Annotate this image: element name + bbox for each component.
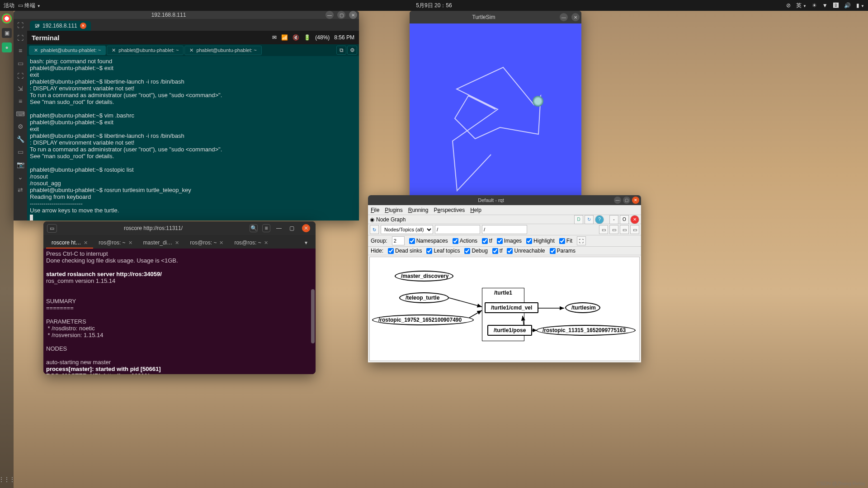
check-fit[interactable]: Fit (559, 238, 572, 244)
close-button[interactable]: ✕ (302, 224, 310, 232)
show-applications[interactable]: ⋮⋮⋮ (2, 474, 12, 484)
check-unreachable[interactable]: Unreachable (507, 248, 545, 254)
clock[interactable]: 5月9日 20：56 (416, 2, 452, 9)
toolbtn-2[interactable]: ▭ (609, 225, 618, 234)
menu-perspectives[interactable]: Perspectives (434, 207, 465, 213)
dock-app[interactable]: ● (2, 42, 12, 52)
terminal-tab[interactable]: ✕phablet@ubuntu-phablet: ~ (107, 46, 184, 55)
close-button[interactable]: ✕ (632, 197, 639, 204)
scale-icon[interactable]: ⇲ (18, 85, 23, 92)
titlebar[interactable]: TurtleSim — ✕ (410, 11, 581, 23)
close-icon[interactable]: ✕ (219, 240, 223, 246)
graph-node[interactable]: /rostopic_19752_1652100907490 (372, 314, 474, 325)
scope-select[interactable]: Nodes/Topics (all) (381, 225, 433, 234)
toolbtn-3[interactable]: ▭ (620, 225, 629, 234)
screenshot-icon[interactable]: ⛶ (17, 72, 24, 80)
minimize-button[interactable]: — (614, 197, 621, 204)
close-icon[interactable]: ✕ (264, 240, 268, 246)
header-min[interactable]: - (609, 215, 618, 224)
ime-indicator[interactable]: 英 ▼ (796, 2, 807, 9)
maximize-button[interactable]: ▢ (337, 11, 345, 19)
collapse-icon[interactable]: ⌄ (18, 174, 23, 181)
close-button[interactable]: ✕ (349, 11, 357, 19)
group-spinbox[interactable] (392, 236, 405, 245)
check-params[interactable]: Params (550, 248, 576, 254)
graph-node[interactable]: /turtlesim (565, 302, 600, 313)
menu-icon[interactable]: ≡ (19, 47, 22, 54)
minimize-button[interactable]: — (560, 13, 568, 21)
dock-terminal[interactable]: ▣ (2, 28, 12, 38)
dock-chrome[interactable] (2, 14, 12, 23)
header-btn-d[interactable]: D (574, 215, 583, 224)
check-images[interactable]: Images (497, 238, 522, 244)
keyboard-icon[interactable]: ⌨ (16, 110, 25, 117)
menu-file[interactable]: File (371, 207, 379, 213)
check-deadsinks[interactable]: Dead sinks (388, 248, 422, 254)
tools2-icon[interactable]: 🔧 (17, 136, 24, 143)
check-actions[interactable]: Actions (453, 238, 477, 244)
menu-plugins[interactable]: Plugins (385, 207, 402, 213)
copy-button[interactable]: ⧉ (336, 46, 346, 55)
toolbtn-4[interactable]: ▭ (630, 225, 639, 234)
menu-running[interactable]: Running (408, 207, 429, 213)
close-button[interactable]: ✕ (571, 13, 580, 21)
titlebar[interactable]: ▭ roscore http://ros:11311/ 🔍 ≡ — ▢ ✕ (43, 221, 316, 235)
graph-node[interactable]: /teleop_turtle (399, 292, 449, 303)
graph-topic[interactable]: /turtle1/cmd_vel (485, 302, 538, 313)
terminal-output[interactable]: Press Ctrl-C to interrupt Done checking … (43, 249, 316, 374)
fit-button[interactable]: ⛶ (577, 236, 586, 245)
reload-button[interactable]: ↻ (585, 215, 594, 224)
terminal-tab[interactable]: ✕phablet@ubuntu-phablet: ~ (184, 46, 261, 55)
titlebar[interactable]: 192.168.8.111 — ▢ ✕ (14, 11, 359, 19)
header-close[interactable]: ✕ (630, 215, 639, 224)
terminal-tab[interactable]: ros@ros: ~✕ (184, 237, 229, 249)
check-debug[interactable]: Debug (464, 248, 487, 254)
namespace-filter-input[interactable] (435, 225, 480, 234)
close-icon[interactable]: ✕ (80, 23, 86, 29)
check-highlight[interactable]: Highlight (526, 238, 555, 244)
app-menu[interactable]: ▭ 终端 ▼ (18, 2, 41, 9)
terminal-output[interactable]: bash: ping: command not found phablet@ub… (27, 56, 359, 221)
terminal-tab[interactable]: ros@ros: ~✕ (229, 237, 273, 249)
maximize-button[interactable]: ▢ (623, 197, 630, 204)
check-leaftopics[interactable]: Leaf topics (426, 248, 460, 254)
titlebar[interactable]: Default - rqt — ▢ ✕ (368, 195, 641, 205)
terminal-tab[interactable]: ros@ros: ~✕ (93, 237, 137, 249)
connection-tab[interactable]: 🖳 192.168.8.111 ✕ (30, 21, 91, 31)
node-graph-canvas[interactable]: /master_discovery /teleop_turtle /rostop… (369, 257, 640, 361)
terminal-tab[interactable]: roscore ht…✕ (46, 237, 93, 249)
refresh-button[interactable]: ↻ (370, 225, 379, 234)
minimize-button[interactable]: — (275, 224, 283, 232)
close-icon[interactable]: ✕ (175, 240, 179, 246)
new-tab-button[interactable]: ▭ (47, 224, 57, 233)
tabs-dropdown[interactable]: ▾ (299, 237, 313, 249)
maximize-button[interactable]: ▢ (288, 224, 296, 232)
link-icon[interactable]: ⇄ (18, 186, 23, 193)
camera-icon[interactable]: 📷 (17, 161, 24, 168)
check-tf2[interactable]: tf (492, 248, 503, 254)
header-max[interactable]: O (620, 215, 629, 224)
help-button[interactable]: ? (595, 215, 604, 224)
minimize-button[interactable]: — (326, 11, 334, 19)
topic-filter-input[interactable] (482, 225, 527, 234)
terminal-tab[interactable]: master_di…✕ (138, 237, 185, 249)
check-tf[interactable]: tf (482, 238, 492, 244)
activities-button[interactable]: 活动 (4, 2, 14, 9)
scrollbar[interactable] (311, 249, 315, 374)
graph-topic[interactable]: /turtle1/pose (487, 325, 532, 336)
graph-node[interactable]: /rostopic_11315_1652099775163 (536, 325, 636, 336)
turtlesim-canvas[interactable] (410, 23, 581, 195)
battery-icon[interactable]: ▮ ▼ (856, 2, 864, 9)
close-icon[interactable]: ✕ (84, 240, 88, 246)
settings-button[interactable]: ⚙ (347, 46, 357, 55)
search-button[interactable]: 🔍 (250, 224, 258, 232)
fullscreen-icon[interactable]: ⛶ (17, 22, 24, 29)
close-icon[interactable]: ✕ (128, 240, 132, 246)
settings-icon[interactable]: ⚙ (18, 123, 24, 130)
mail-icon[interactable]: ✉ (272, 34, 277, 41)
terminal-tab[interactable]: ✕phablet@ubuntu-phablet: ~ (29, 46, 106, 55)
clipboard-icon[interactable]: ▭ (18, 148, 24, 155)
menu-help[interactable]: Help (470, 207, 481, 213)
menu2-icon[interactable]: ≡ (19, 98, 22, 105)
toolbtn-1[interactable]: ▭ (599, 225, 608, 234)
